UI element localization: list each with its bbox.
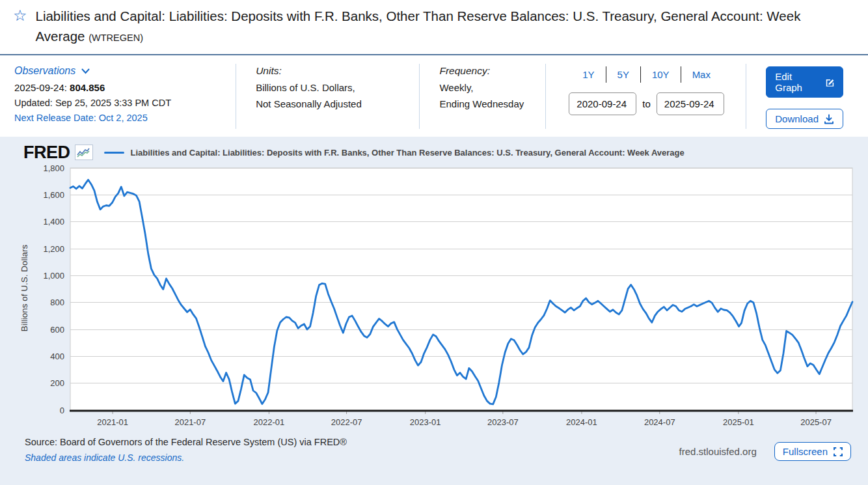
x-tick-label: 2025-07	[800, 417, 832, 427]
range-preset-max[interactable]: Max	[681, 69, 722, 80]
y-tick-label: 400	[50, 352, 64, 361]
site-url: fred.stlouisfed.org	[679, 446, 757, 457]
chart-header: FRED Liabilities and Capital: Liabilitie…	[0, 141, 868, 163]
chevron-down-icon	[81, 68, 90, 74]
y-axis-title: Billions of U.S. Dollars	[20, 233, 29, 344]
next-release-link[interactable]: Next Release Date: Oct 2, 2025	[14, 113, 226, 123]
frequency-column: Frequency: Weekly, Ending Wednesday	[419, 64, 545, 129]
chart-region: Billions of U.S. Dollars 02004006008001,…	[0, 165, 868, 428]
series-title: Liabilities and Capital: Liabilities: De…	[36, 8, 801, 44]
range-inputs: to	[556, 92, 737, 115]
x-tick-label: 2025-01	[723, 417, 754, 427]
updated-timestamp: Updated: Sep 25, 2025 3:33 PM CDT	[14, 98, 226, 108]
actions-column: Edit Graph Download	[746, 64, 868, 129]
fullscreen-button[interactable]: Fullscreen	[774, 442, 851, 461]
y-tick-label: 600	[50, 325, 64, 335]
x-tick-label: 2022-07	[331, 417, 362, 427]
page-title: Liabilities and Capital: Liabilities: De…	[36, 6, 849, 48]
edit-graph-label: Edit Graph	[775, 71, 819, 93]
source-block: Source: Board of Governors of the Federa…	[25, 437, 347, 463]
x-tick-label: 2023-01	[410, 417, 441, 427]
chart-footer: Source: Board of Governors of the Federa…	[0, 428, 868, 463]
range-preset-5y[interactable]: 5Y	[606, 69, 640, 80]
latest-observation: 2025-09-24: 804.856	[14, 82, 226, 93]
y-tick-label: 1,000	[43, 271, 64, 281]
source-text: Source: Board of Governors of the Federa…	[25, 437, 347, 447]
units-label: Units:	[256, 65, 410, 77]
fred-logo: FRED	[23, 143, 70, 163]
y-tick-label: 1,600	[43, 190, 64, 200]
units-line1: Billions of U.S. Dollars,	[256, 82, 410, 93]
fullscreen-icon	[834, 447, 843, 456]
x-tick-label: 2024-07	[644, 417, 675, 427]
edit-icon	[825, 77, 834, 87]
download-icon	[824, 114, 834, 124]
edit-graph-button[interactable]: Edit Graph	[766, 66, 843, 98]
series-id: (WTREGEN)	[88, 33, 143, 43]
range-start-input[interactable]	[569, 92, 636, 115]
page-header: ☆ Liabilities and Capital: Liabilities: …	[0, 0, 868, 51]
observations-column: Observations 2025-09-24: 804.856 Updated…	[0, 64, 236, 129]
x-tick-label: 2022-01	[254, 417, 285, 427]
y-tick-label: 1,200	[43, 244, 64, 254]
legend-line-swatch	[104, 152, 124, 154]
frequency-line1: Weekly,	[439, 82, 536, 93]
date-range-column: 1Y 5Y 10Y Max to	[545, 64, 746, 129]
download-button[interactable]: Download	[766, 109, 843, 129]
fullscreen-label: Fullscreen	[783, 446, 828, 457]
range-to-label: to	[642, 98, 651, 109]
observations-dropdown[interactable]: Observations	[14, 65, 90, 77]
y-tick-label: 1,800	[43, 165, 64, 173]
x-tick-label: 2021-01	[97, 417, 128, 427]
favorite-star-icon[interactable]: ☆	[13, 6, 27, 25]
latest-observation-value: 804.856	[70, 82, 105, 93]
range-preset-1y[interactable]: 1Y	[571, 69, 605, 80]
x-tick-label: 2021-07	[174, 417, 206, 427]
y-tick-label: 1,400	[43, 217, 64, 227]
range-preset-10y[interactable]: 10Y	[641, 69, 681, 80]
meta-row: Observations 2025-09-24: 804.856 Updated…	[0, 55, 868, 137]
frequency-label: Frequency:	[439, 65, 536, 77]
x-tick-label: 2023-07	[487, 417, 519, 427]
range-presets: 1Y 5Y 10Y Max	[556, 66, 737, 83]
y-tick-label: 0	[60, 406, 64, 415]
footer-right: fred.stlouisfed.org Fullscreen	[679, 442, 851, 461]
range-end-input[interactable]	[657, 92, 724, 115]
y-tick-label: 800	[50, 298, 64, 307]
recession-note: Shaded areas indicate U.S. recessions.	[25, 452, 347, 463]
units-line2: Not Seasonally Adjusted	[256, 98, 410, 109]
x-tick-label: 2024-01	[566, 417, 597, 427]
fred-logo-chart-icon	[75, 145, 93, 160]
frequency-line2: Ending Wednesday	[439, 98, 536, 109]
chart-canvas[interactable]: 02004006008001,0001,2001,4001,6001,80020…	[5, 165, 863, 428]
legend-label: Liabilities and Capital: Liabilities: De…	[131, 148, 685, 158]
units-column: Units: Billions of U.S. Dollars, Not Sea…	[236, 64, 419, 129]
observations-label: Observations	[14, 65, 75, 77]
chart-card: FRED Liabilities and Capital: Liabilitie…	[0, 137, 868, 485]
latest-observation-date: 2025-09-24:	[14, 82, 67, 93]
download-label: Download	[775, 113, 819, 124]
y-tick-label: 200	[50, 378, 64, 388]
